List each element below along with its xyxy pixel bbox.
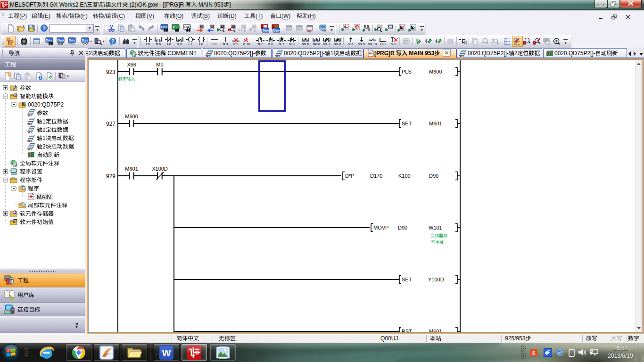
svg-text:D90: D90	[429, 173, 438, 179]
svg-text:M0: M0	[156, 62, 163, 67]
svg-text:Dev: Dev	[69, 38, 76, 42]
svg-text:SET: SET	[402, 277, 412, 282]
svg-text:?: ?	[42, 25, 46, 31]
svg-text:Dev: Dev	[58, 38, 65, 42]
svg-text:W101: W101	[429, 225, 442, 230]
svg-text:M601: M601	[125, 166, 138, 172]
svg-text:X66: X66	[127, 62, 136, 67]
svg-text:MOVP: MOVP	[373, 225, 388, 230]
svg-text:Dev: Dev	[273, 28, 280, 33]
svg-text:M601: M601	[429, 121, 442, 126]
svg-text:S: S	[532, 349, 535, 356]
svg-text:D*P: D*P	[345, 173, 355, 179]
svg-text:PLS: PLS	[402, 69, 412, 74]
svg-text:Dev: Dev	[82, 38, 89, 42]
svg-text:?: ?	[111, 39, 114, 44]
svg-text:RST: RST	[402, 329, 412, 332]
svg-text:ST: ST	[404, 40, 409, 43]
svg-text:i: i	[40, 76, 41, 80]
svg-text:Y100D: Y100D	[428, 277, 444, 282]
svg-text:W: W	[162, 348, 171, 358]
svg-text:M600: M600	[125, 114, 138, 119]
svg-text:HW: HW	[184, 25, 190, 29]
svg-text:Dev: Dev	[263, 28, 269, 33]
svg-text:D170: D170	[370, 173, 382, 179]
svg-text:929: 929	[106, 173, 116, 180]
svg-text:X100D: X100D	[152, 166, 168, 172]
svg-text:923: 923	[106, 69, 116, 75]
svg-text:927: 927	[106, 121, 116, 127]
svg-text:M600: M600	[429, 69, 442, 74]
svg-text:K100: K100	[398, 173, 411, 179]
svg-text:M601: M601	[429, 329, 442, 332]
svg-text:D90: D90	[398, 225, 407, 230]
svg-text:SET: SET	[402, 121, 412, 126]
svg-text:CC-L: CC-L	[68, 43, 75, 46]
